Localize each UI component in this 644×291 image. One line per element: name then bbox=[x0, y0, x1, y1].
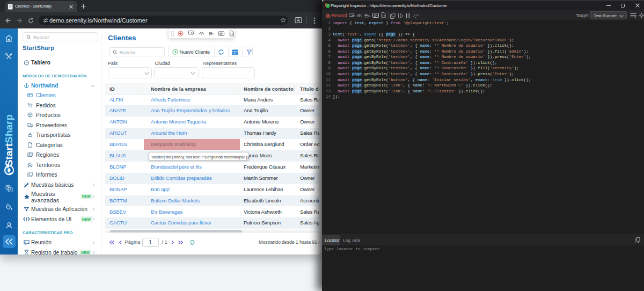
svg-text:ab: ab bbox=[364, 13, 368, 16]
svg-text:ab: ab bbox=[209, 31, 213, 34]
